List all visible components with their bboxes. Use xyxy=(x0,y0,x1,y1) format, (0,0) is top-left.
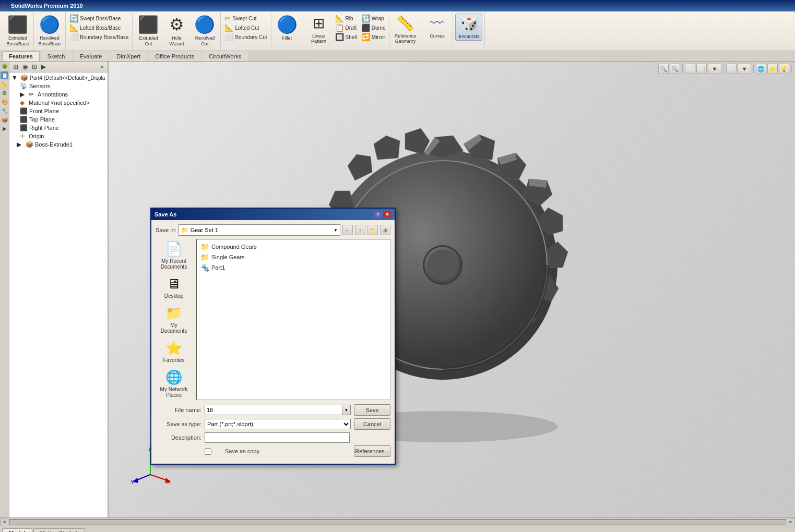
vp-appear-btn[interactable]: 💡 xyxy=(779,64,789,74)
save-copy-checkbox[interactable] xyxy=(205,448,211,455)
file-name-label: File name: xyxy=(156,407,201,413)
bottom-tab-motion-study[interactable]: Motion Study 1 xyxy=(33,528,85,532)
ribbon-group-curves: 〰 Curves xyxy=(421,13,453,50)
vp-view-btn2[interactable]: ⬜ xyxy=(696,64,707,74)
file-name-dropdown-btn[interactable]: ▼ xyxy=(342,405,351,415)
dialog-help-button[interactable]: ? xyxy=(374,211,382,218)
tree-item-part4[interactable]: ▼ 📦 Part4 (Default<<Default>_Displa xyxy=(9,74,108,82)
tree-tool-4[interactable]: ▶ xyxy=(40,63,48,71)
dome-button[interactable]: ⬛ Dome xyxy=(360,23,387,32)
vp-zoom-btn[interactable]: 🔍 xyxy=(658,64,669,74)
bottom-tab-model[interactable]: Model xyxy=(2,528,32,532)
nav-recent-docs[interactable]: 📄 My RecentDocuments xyxy=(157,239,191,272)
draft-button[interactable]: 📋 Draft xyxy=(334,23,359,32)
nav-network[interactable]: 🌐 My NetworkPlaces xyxy=(157,367,191,400)
save-in-dropdown[interactable]: 📁 Gear Set 1 ▼ xyxy=(179,224,340,236)
tree-item-front-plane[interactable]: ⬛ Front Plane xyxy=(9,107,108,115)
tree-tool-expand[interactable]: » xyxy=(99,63,105,71)
lofted-boss-button[interactable]: 📐 Lofted Boss/Base xyxy=(68,23,130,32)
tab-sketch[interactable]: Sketch xyxy=(41,51,72,61)
tab-circuitworks[interactable]: CircuitWorks xyxy=(202,51,248,61)
nav-back-button[interactable]: ← xyxy=(342,225,353,235)
save-button[interactable]: Save xyxy=(354,404,390,416)
y-axis-label: Y xyxy=(130,479,134,485)
vp-display-btn2[interactable]: ▼ xyxy=(738,64,751,74)
top-plane-icon: ⬛ xyxy=(20,116,28,123)
boundary-cut-button[interactable]: ⬜ Boundary Cut xyxy=(223,32,268,42)
nav-desktop[interactable]: 🖥 Desktop xyxy=(157,274,191,301)
rib-button[interactable]: 📐 Rib xyxy=(334,14,359,23)
vp-display-btn1[interactable]: ⬜ xyxy=(726,64,737,74)
tree-item-top-plane[interactable]: ⬛ Top Plane xyxy=(9,115,108,124)
vp-light-btn[interactable]: 🌐 xyxy=(756,64,766,74)
scroll-right-btn[interactable]: ► xyxy=(787,518,795,526)
sidebar-icon-7[interactable]: 📦 xyxy=(1,116,8,124)
nav-new-folder-button[interactable]: 📁 xyxy=(367,225,378,235)
save-in-label: Save in: xyxy=(156,227,176,233)
file-item-compound-gears[interactable]: 📁 Compound Gears xyxy=(199,241,388,252)
revolved-boss-label: RevolvedBoss/Base xyxy=(38,35,61,47)
tab-evaluate[interactable]: Evaluate xyxy=(73,51,109,61)
boundary-boss-button[interactable]: ⬜ Boundary Boss/Base xyxy=(68,32,130,42)
dialog-close-button[interactable]: ✕ xyxy=(383,211,391,218)
tree-tool-3[interactable]: ⊞ xyxy=(30,63,39,71)
sidebar-icon-6[interactable]: 🔧 xyxy=(1,107,8,115)
tree-item-right-plane[interactable]: ⬛ Right Plane xyxy=(9,124,108,132)
boundary-boss-icon: ⬜ xyxy=(69,33,78,41)
sidebar-icon-3[interactable]: 📐 xyxy=(1,80,8,88)
linear-pattern-button[interactable]: ⊞ LinearPattern xyxy=(305,14,333,45)
swept-boss-button[interactable]: 🔄 Swept Boss/Base xyxy=(68,14,130,23)
nav-up-button[interactable]: ↑ xyxy=(355,225,365,235)
viewport-toolbar: 🔍 🔍 ⬜ ⬜ ▼ ⬜ ▼ 🌐 ⭐ 💡 xyxy=(656,63,795,75)
hole-wizard-button[interactable]: ⚙ HoleWizard xyxy=(163,14,190,48)
wrap-button[interactable]: 🔃 Wrap xyxy=(360,14,387,23)
revolved-cut-button[interactable]: 🔵 RevolvedCut xyxy=(191,14,218,48)
reference-geometry-button[interactable]: 📏 ReferenceGeometry xyxy=(391,14,419,45)
extruded-cut-button[interactable]: ⬛ ExtrudedCut xyxy=(135,14,162,48)
revolved-cut-label: RevolvedCut xyxy=(195,35,215,47)
sidebar-icon-1[interactable]: 🌳 xyxy=(1,63,8,70)
file-name-input[interactable] xyxy=(205,405,342,415)
tree-item-sensors[interactable]: 📡 Sensors xyxy=(9,82,108,90)
tab-office[interactable]: Office Products xyxy=(148,51,201,61)
vp-scene-btn[interactable]: ⭐ xyxy=(767,64,778,74)
vp-zoom2-btn[interactable]: 🔍 xyxy=(670,64,680,74)
instant3d-button[interactable]: 🎲 Instant3D xyxy=(455,14,482,41)
description-input[interactable] xyxy=(205,432,350,443)
references-button[interactable]: References... xyxy=(354,445,390,457)
file-item-part1[interactable]: 🔩 Part1 xyxy=(199,262,388,273)
tab-dimxpert[interactable]: DimXpert xyxy=(110,51,147,61)
sidebar-icon-2[interactable]: 📋 xyxy=(1,71,8,79)
file-item-single-gears[interactable]: 📁 Single Gears xyxy=(199,252,388,262)
shell-button[interactable]: 🔲 Shell xyxy=(334,32,359,42)
cancel-button[interactable]: Cancel xyxy=(354,418,390,430)
tree-item-origin[interactable]: ✛ Origin xyxy=(9,132,108,140)
sidebar-icon-8[interactable]: ▶ xyxy=(1,125,8,132)
app-title: SolidWorks Premium 2010 xyxy=(11,3,83,9)
tab-features[interactable]: Features xyxy=(2,51,40,61)
tree-item-boss-extrude1[interactable]: ▶ 📦 Boss-Extrude1 xyxy=(9,140,108,149)
recent-docs-label: My RecentDocuments xyxy=(161,258,187,270)
vp-view-btn3[interactable]: ▼ xyxy=(708,64,721,74)
sidebar-icon-5[interactable]: 🎨 xyxy=(1,98,8,106)
tree-item-annotations[interactable]: ▶ ✏ Annotations xyxy=(9,90,108,99)
save-type-select[interactable]: Part (*.prt;*.sldprt) xyxy=(205,419,351,429)
nav-my-docs[interactable]: 📁 My Documents xyxy=(157,303,191,336)
curves-button[interactable]: 〰 Curves xyxy=(423,14,450,40)
fillet-button[interactable]: 🔵 Fillet xyxy=(274,14,301,42)
tree-tool-2[interactable]: ◉ xyxy=(21,63,29,71)
vp-view-btn1[interactable]: ⬜ xyxy=(685,64,695,74)
swept-cut-button[interactable]: ✂ Swept Cut xyxy=(223,14,268,23)
save-file-browser[interactable]: 📁 Compound Gears 📁 Single Gears 🔩 Part1 xyxy=(196,239,390,400)
scroll-left-btn[interactable]: ◄ xyxy=(0,518,8,526)
tree-item-material[interactable]: ◆ Material <not specified> xyxy=(9,99,108,107)
lofted-cut-button[interactable]: 📐 Lofted Cut xyxy=(223,23,268,32)
tree-tool-1[interactable]: ⊞ xyxy=(11,63,20,71)
sidebar-icon-4[interactable]: ⚙ xyxy=(1,89,8,97)
nav-favorites[interactable]: ⭐ Favorites xyxy=(157,338,191,365)
extruded-boss-button[interactable]: ⬛ ExtrudedBoss/Base xyxy=(4,14,31,48)
mirror-button[interactable]: 🔁 Mirror xyxy=(360,32,387,42)
scroll-track[interactable] xyxy=(9,519,786,525)
revolved-boss-button[interactable]: 🔵 RevolvedBoss/Base xyxy=(36,14,63,48)
nav-views-button[interactable]: ⊞ xyxy=(380,225,390,235)
